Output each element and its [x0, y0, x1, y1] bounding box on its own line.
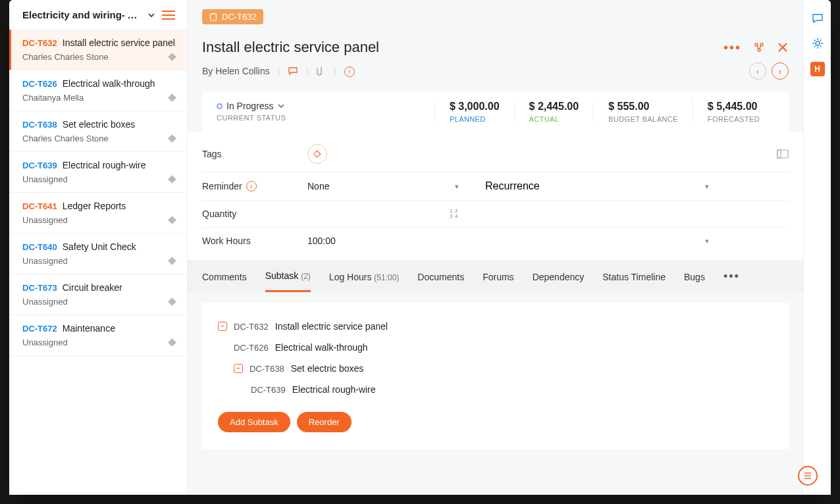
reorder-button[interactable]: Reorder — [297, 412, 352, 432]
priority-diamond-icon — [168, 297, 176, 306]
subtask-title: Set electric boxes — [291, 363, 364, 374]
help-fab[interactable] — [798, 466, 818, 486]
sidebar-title-dropdown[interactable]: Electricity and wiring- Al… — [22, 9, 155, 20]
tabs-more-icon[interactable]: ••• — [723, 270, 740, 284]
expand-workhours-icon[interactable]: ▾ — [705, 237, 709, 245]
task-title: Ledger Reports — [63, 201, 126, 211]
actual-amount: $ 2,445.00 — [529, 101, 579, 113]
attachment-icon[interactable] — [317, 66, 326, 76]
task-id: DC-T632 — [22, 38, 57, 48]
reminder-select[interactable]: None▾ — [307, 181, 459, 191]
priority-diamond-icon — [168, 53, 176, 61]
quantity-input[interactable]: 1234 — [307, 209, 459, 218]
tab-status-timeline[interactable]: Status Timeline — [602, 263, 666, 291]
task-item[interactable]: DC-T641Ledger ReportsUnassigned — [9, 193, 187, 234]
task-item[interactable]: DC-T626Electrical walk-throughChaitanya … — [9, 70, 187, 111]
subtask-row[interactable]: −DC-T638Set electric boxes — [218, 358, 773, 379]
add-subtask-button[interactable]: Add Subtask — [218, 412, 290, 432]
task-id: DC-T638 — [22, 120, 57, 130]
priority-diamond-icon — [168, 338, 176, 347]
settings-icon[interactable] — [811, 37, 824, 50]
subtask-title: Electrical rough-wire — [292, 384, 376, 395]
task-item[interactable]: DC-T640Safety Unit CheckUnassigned — [9, 234, 187, 274]
info-icon[interactable]: i — [344, 65, 355, 77]
tab-forums[interactable]: Forums — [483, 263, 513, 291]
chevron-down-icon — [278, 103, 284, 109]
author-name: Helen Collins — [215, 66, 269, 76]
close-icon[interactable] — [777, 41, 789, 53]
svg-point-7 — [816, 41, 820, 45]
subtask-row[interactable]: DC-T639Electrical rough-wire — [218, 379, 773, 400]
relation-icon[interactable] — [753, 41, 765, 53]
subtask-id: DC-T639 — [251, 385, 286, 395]
collapse-icon[interactable]: − — [234, 364, 243, 373]
collapse-sidebar-icon[interactable] — [162, 10, 175, 20]
page-title: Install electric service panel — [202, 39, 379, 56]
reminder-label: Reminder — [202, 181, 242, 191]
tab-comments[interactable]: Comments — [202, 263, 247, 291]
task-item[interactable]: DC-T638Set electric boxesCharles Charles… — [9, 111, 187, 152]
prev-task-button[interactable]: ‹ — [749, 63, 766, 80]
task-list[interactable]: DC-T632Install electric service panelCha… — [9, 30, 187, 495]
planned-label: PLANNED — [450, 115, 500, 123]
quantity-label: Quantity — [202, 209, 307, 219]
status-dropdown[interactable]: In Progress — [217, 101, 434, 111]
svg-point-2 — [755, 43, 758, 46]
subtask-panel: −DC-T632Install electric service panelDC… — [202, 303, 789, 449]
task-item[interactable]: DC-T639Electrical rough-wireUnassigned — [9, 152, 187, 193]
task-title: Electrical walk-through — [63, 78, 155, 89]
rail-badge[interactable]: H — [810, 62, 825, 76]
summary-bar: In Progress CURRENT STATUS $ 3,000.00 PL… — [202, 91, 789, 132]
workhours-value: 100:00 — [307, 236, 336, 246]
task-item[interactable]: DC-T632Install electric service panelCha… — [9, 30, 187, 70]
svg-point-4 — [758, 49, 760, 51]
task-title: Safety Unit Check — [63, 241, 136, 252]
forecast-label: FORECASTED — [708, 115, 760, 123]
task-assignee: Unassigned — [22, 215, 68, 225]
comment-icon[interactable] — [288, 66, 298, 76]
subtask-row[interactable]: −DC-T632Install electric service panel — [218, 316, 773, 337]
task-item[interactable]: DC-T672MaintenanceUnassigned — [9, 315, 187, 356]
task-id: DC-T640 — [22, 242, 57, 252]
task-title: Maintenance — [63, 323, 115, 334]
info-icon[interactable]: i — [246, 181, 257, 191]
workhours-label: Work Hours — [202, 236, 307, 246]
tab-bugs[interactable]: Bugs — [684, 263, 705, 291]
breadcrumb-id: DC-T632 — [222, 12, 257, 22]
task-title: Install electric service panel — [63, 38, 175, 48]
add-tag-button[interactable] — [307, 144, 327, 164]
tab-subtask[interactable]: Subtask (2) — [265, 261, 311, 292]
more-actions-icon[interactable]: ••• — [723, 40, 741, 55]
task-item[interactable]: DC-T673Circuit breakerUnassigned — [9, 274, 187, 315]
task-id: DC-T673 — [22, 283, 57, 293]
task-sidebar: Electricity and wiring- Al… DC-T632Insta… — [9, 0, 188, 495]
subtask-title: Electrical walk-through — [275, 342, 368, 353]
recurrence-select[interactable]: Recurrence▾ — [459, 180, 709, 192]
breadcrumb-pill[interactable]: DC-T632 — [202, 9, 263, 24]
task-assignee: Unassigned — [22, 338, 68, 347]
author-row: By Helen Collins | | | i ‹ › — [202, 63, 789, 80]
task-id: DC-T672 — [22, 324, 57, 334]
task-detail: DC-T632 Install electric service panel •… — [188, 0, 803, 495]
task-assignee: Unassigned — [22, 297, 68, 307]
chat-icon[interactable] — [811, 12, 824, 25]
detail-fields: Tags Reminderi None▾ Recurrence▾ Quantit… — [188, 132, 803, 261]
subtask-title: Install electric service panel — [275, 321, 388, 332]
tab-loghours[interactable]: Log Hours (51:00) — [329, 263, 400, 291]
tab-documents[interactable]: Documents — [417, 263, 464, 291]
tag-view-icon[interactable] — [777, 149, 789, 159]
task-assignee: Unassigned — [22, 174, 68, 184]
next-task-button[interactable]: › — [772, 63, 789, 80]
tab-dependency[interactable]: Dependency — [533, 263, 585, 291]
task-assignee: Charles Charles Stone — [22, 134, 109, 143]
detail-tabs: Comments Subtask (2) Log Hours (51:00) D… — [188, 261, 803, 292]
right-rail: H — [803, 0, 831, 495]
task-title: Set electric boxes — [63, 119, 136, 130]
svg-rect-5 — [777, 150, 788, 158]
task-title: Circuit breaker — [63, 282, 122, 293]
status-dot-icon — [217, 103, 223, 109]
subtask-row[interactable]: DC-T626Electrical walk-through — [218, 337, 773, 358]
planned-amount: $ 3,000.00 — [450, 101, 500, 113]
tags-label: Tags — [202, 149, 307, 159]
collapse-icon[interactable]: − — [218, 322, 227, 331]
